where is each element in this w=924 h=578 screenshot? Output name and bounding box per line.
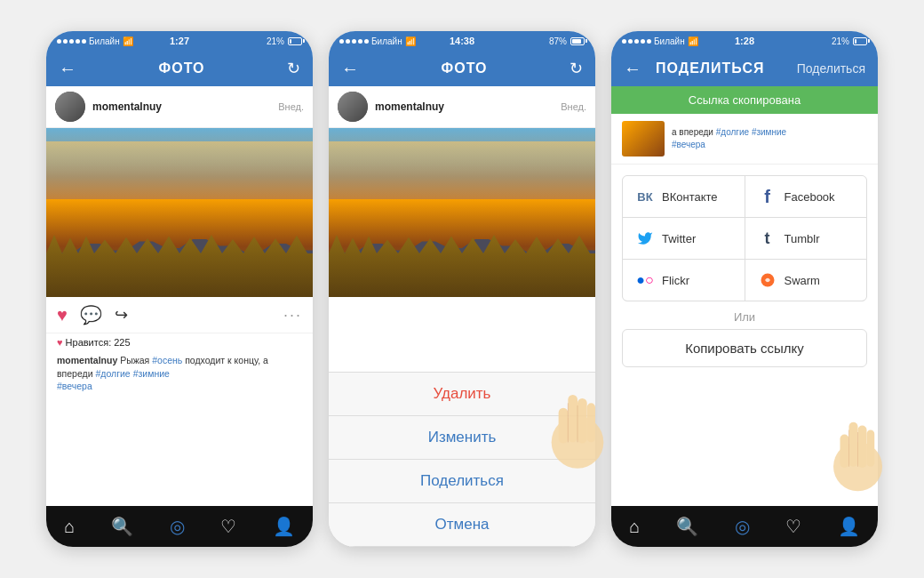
back-button-1[interactable]: ← bbox=[59, 59, 76, 79]
battery-text-3: 21% bbox=[832, 36, 849, 46]
battery-text-1: 21% bbox=[267, 36, 284, 46]
hashtag-autumn: #осень bbox=[152, 355, 182, 365]
vk-icon: ВК bbox=[635, 187, 655, 206]
bottom-profile-1[interactable]: 👤 bbox=[273, 516, 295, 537]
share-facebook[interactable]: f Facebook bbox=[745, 176, 867, 217]
time-ago-1: Внед. bbox=[278, 101, 304, 112]
share-caption-text: а впереди #долгие #зимние #вечера bbox=[672, 126, 786, 151]
tumblr-label: Tumblr bbox=[785, 232, 820, 245]
share-title: ПОДЕЛИТЬСЯ bbox=[656, 60, 764, 76]
hashtag-winter: #зимние bbox=[133, 368, 170, 379]
time-2: 14:38 bbox=[450, 36, 474, 46]
bottom-search-3[interactable]: 🔍 bbox=[676, 516, 698, 537]
share-tumblr[interactable]: t Tumblr bbox=[745, 218, 867, 259]
bottom-nav-1: ⌂ 🔍 ◎ ♡ 👤 bbox=[46, 506, 313, 547]
hashtag-evenings: #вечера bbox=[57, 381, 92, 391]
carrier-2: Билайн bbox=[371, 36, 402, 46]
refresh-button-1[interactable]: ↻ bbox=[287, 59, 300, 78]
bottom-home-1[interactable]: ⌂ bbox=[64, 517, 75, 537]
profile-row-2: momentalnuy Внед. bbox=[329, 86, 595, 128]
refresh-button-2[interactable]: ↻ bbox=[570, 59, 583, 78]
share-swarm[interactable]: Swarm bbox=[745, 260, 867, 301]
wifi-icon-1: 📶 bbox=[123, 36, 133, 46]
more-button-1[interactable]: ··· bbox=[283, 306, 302, 325]
context-menu-2: Удалить Изменить Поделиться Отмена bbox=[329, 372, 595, 547]
share-sub-title[interactable]: Поделиться bbox=[797, 61, 865, 76]
vk-label: ВКонтакте bbox=[662, 190, 718, 204]
phone-3: Билайн 📶 1:28 21% ← ПОДЕЛИТЬСЯ Поделитьс… bbox=[611, 31, 878, 547]
share-button-1[interactable]: ↪ bbox=[115, 305, 128, 325]
hashtag-long: #долгие bbox=[95, 368, 130, 379]
photo-1 bbox=[46, 128, 313, 297]
carrier-1: Билайн bbox=[89, 36, 120, 46]
nav-title-1: ФОТО bbox=[159, 60, 205, 76]
share-vkontakte[interactable]: ВК ВКонтакте bbox=[623, 176, 745, 217]
share-back-button[interactable]: ← bbox=[624, 59, 641, 79]
delete-menu-item[interactable]: Удалить bbox=[329, 373, 595, 416]
username-1[interactable]: momentalnuy bbox=[92, 100, 162, 113]
status-bar-3: Билайн 📶 1:28 21% bbox=[611, 31, 878, 51]
twitter-label: Twitter bbox=[662, 232, 696, 245]
swarm-icon bbox=[758, 270, 777, 290]
twitter-icon bbox=[635, 229, 655, 248]
time-ago-2: Внед. bbox=[561, 101, 586, 112]
avatar-1[interactable] bbox=[55, 92, 85, 122]
phone-1: Билайн 📶 1:27 21% ← ФОТО ↻ momentalnuy В… bbox=[46, 31, 313, 547]
bottom-nav-3: ⌂ 🔍 ◎ ♡ 👤 bbox=[611, 506, 878, 547]
back-button-2[interactable]: ← bbox=[341, 59, 359, 79]
bottom-likes-1[interactable]: ♡ bbox=[220, 516, 236, 537]
share-twitter[interactable]: Twitter bbox=[623, 218, 745, 259]
battery-icon-1 bbox=[288, 37, 302, 45]
bottom-likes-3[interactable]: ♡ bbox=[785, 516, 801, 537]
flickr-icon: ●○ bbox=[635, 270, 655, 290]
avatar-2[interactable] bbox=[338, 92, 368, 122]
or-label: Или bbox=[611, 301, 878, 329]
status-bar-2: Билайн 📶 14:38 87% bbox=[329, 31, 595, 51]
bottom-home-3[interactable]: ⌂ bbox=[629, 517, 640, 537]
share-nav-bar: ← ПОДЕЛИТЬСЯ Поделиться bbox=[611, 51, 878, 86]
share-menu-item[interactable]: Поделиться bbox=[329, 460, 595, 503]
battery-text-2: 87% bbox=[549, 36, 567, 46]
caption-username-1: momentalnuy bbox=[57, 355, 117, 365]
battery-icon-2 bbox=[570, 37, 585, 45]
link-copied-banner: Ссылка скопирована bbox=[611, 86, 878, 114]
caption-1: momentalnuy Рыжая #осень подходит к конц… bbox=[46, 351, 313, 398]
bottom-profile-3[interactable]: 👤 bbox=[838, 516, 860, 537]
photo-2 bbox=[329, 128, 595, 297]
facebook-label: Facebook bbox=[785, 190, 835, 204]
phone-2: Билайн 📶 14:38 87% ← ФОТО ↻ momentalnuy … bbox=[329, 31, 595, 547]
cancel-menu-item[interactable]: Отмена bbox=[329, 503, 595, 547]
flickr-label: Flickr bbox=[662, 274, 689, 287]
like-button-1[interactable]: ♥ bbox=[57, 305, 68, 325]
time-1: 1:27 bbox=[170, 36, 189, 46]
battery-icon-3 bbox=[853, 37, 867, 45]
heart-likes-icon: ♥ bbox=[57, 337, 63, 348]
comment-button-1[interactable]: 💬 bbox=[80, 304, 102, 325]
nav-bar-1: ← ФОТО ↻ bbox=[46, 51, 313, 86]
likes-count-1: Нравится: 225 bbox=[66, 337, 131, 348]
bottom-camera-1[interactable]: ◎ bbox=[170, 516, 185, 537]
tumblr-icon: t bbox=[758, 229, 777, 248]
edit-menu-item[interactable]: Изменить bbox=[329, 416, 595, 460]
username-2[interactable]: momentalnuy bbox=[375, 100, 444, 113]
copy-link-button[interactable]: Копировать ссылку bbox=[622, 329, 867, 367]
status-bar-1: Билайн 📶 1:27 21% bbox=[46, 31, 313, 51]
share-flickr[interactable]: ●○ Flickr bbox=[623, 260, 745, 301]
time-3: 1:28 bbox=[735, 36, 754, 46]
bottom-search-1[interactable]: 🔍 bbox=[111, 516, 133, 537]
share-options-grid: ВК ВКонтакте f Facebook Twitter t Tumblr… bbox=[622, 175, 867, 301]
actions-row-1: ♥ 💬 ↪ ··· bbox=[46, 297, 313, 333]
wifi-icon-3: 📶 bbox=[688, 36, 698, 46]
carrier-3: Билайн bbox=[654, 36, 685, 46]
facebook-icon: f bbox=[758, 187, 777, 206]
profile-row-1: momentalnuy Внед. bbox=[46, 86, 313, 128]
share-preview: а впереди #долгие #зимние #вечера bbox=[611, 114, 878, 165]
swarm-label: Swarm bbox=[785, 274, 820, 287]
share-thumb-image bbox=[622, 121, 665, 157]
nav-title-2: ФОТО bbox=[442, 60, 488, 76]
likes-row-1: ♥ Нравится: 225 bbox=[46, 333, 313, 351]
nav-bar-2: ← ФОТО ↻ bbox=[329, 51, 595, 86]
caption-text-1: Рыжая bbox=[120, 355, 152, 365]
wifi-icon-2: 📶 bbox=[405, 36, 416, 46]
bottom-camera-3[interactable]: ◎ bbox=[735, 516, 750, 537]
